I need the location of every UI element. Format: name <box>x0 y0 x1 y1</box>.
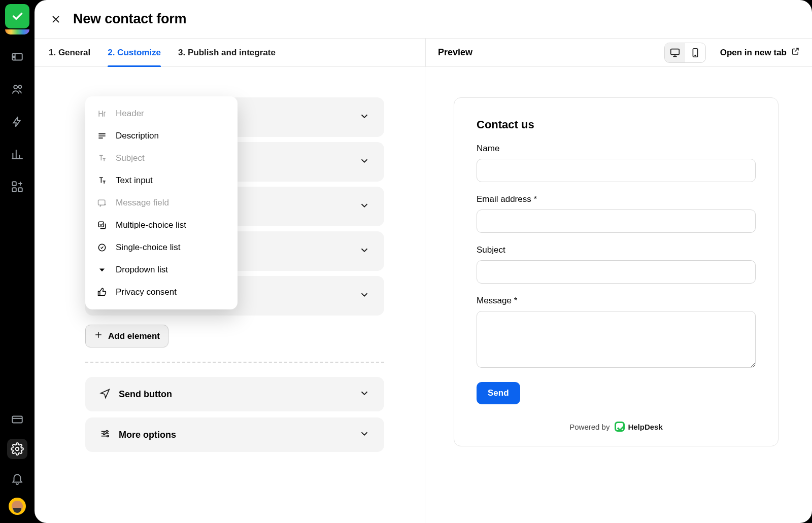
dropdown-icon <box>96 265 108 275</box>
rail-nav <box>7 47 27 197</box>
menu-item-description[interactable]: Description <box>85 125 238 147</box>
contact-form-preview: Contact us Name Email address * Subject … <box>454 97 779 446</box>
email-input[interactable] <box>477 210 756 233</box>
nav-apps[interactable] <box>7 177 27 197</box>
checkbox-stack-icon <box>96 220 108 230</box>
svg-rect-9 <box>670 49 679 54</box>
menu-item-label: Dropdown list <box>116 265 168 275</box>
send-button[interactable]: Send <box>477 382 520 404</box>
svg-point-3 <box>19 85 22 88</box>
open-in-new-tab-label: Open in new tab <box>720 48 787 58</box>
more-options-card[interactable]: More options <box>85 417 384 452</box>
titlebar: New contact form <box>35 0 812 39</box>
svg-rect-6 <box>18 188 22 192</box>
svg-rect-5 <box>12 188 16 192</box>
name-input[interactable] <box>477 159 756 182</box>
nav-billing[interactable] <box>7 409 27 430</box>
menu-item-dropdown[interactable]: Dropdown list <box>85 259 238 281</box>
menu-item-subject: Subject <box>85 147 238 169</box>
app-logo[interactable] <box>5 4 29 28</box>
lines-icon <box>96 131 108 141</box>
user-avatar[interactable] <box>9 498 26 515</box>
menu-item-label: Subject <box>116 153 145 163</box>
chevron-down-icon <box>359 289 370 302</box>
device-desktop-button[interactable] <box>665 43 685 62</box>
send-button-card-label: Send button <box>119 389 172 400</box>
send-button-label: Send <box>488 388 509 398</box>
menu-item-singlechoice[interactable]: Single-choice list <box>85 236 238 259</box>
nav-settings[interactable] <box>7 439 27 459</box>
add-element-button[interactable]: Add element <box>85 325 168 347</box>
chevron-down-icon <box>359 388 370 401</box>
heading-icon <box>96 109 108 119</box>
helpdesk-logo-icon <box>615 422 625 432</box>
menu-item-label: Text input <box>116 176 153 186</box>
device-mobile-button[interactable] <box>685 43 705 62</box>
menu-item-label: Message field <box>116 198 169 208</box>
svg-point-13 <box>103 433 105 435</box>
add-element-menu: Header Description Subject Text input Me… <box>85 96 238 309</box>
tab-publish[interactable]: 3. Publish and integrate <box>178 39 276 66</box>
svg-point-1 <box>13 56 15 57</box>
nav-notifications[interactable] <box>7 468 27 489</box>
nav-people[interactable] <box>7 79 27 99</box>
menu-item-label: Multiple-choice list <box>116 220 186 230</box>
menu-item-label: Header <box>116 109 144 119</box>
sliders-icon <box>99 428 111 442</box>
nav-tickets[interactable] <box>7 47 27 67</box>
tab-customize[interactable]: 2. Customize <box>108 39 161 66</box>
menu-item-multichoice[interactable]: Multiple-choice list <box>85 214 238 236</box>
menu-item-label: Description <box>116 131 159 141</box>
text-icon <box>96 153 108 163</box>
close-icon[interactable] <box>49 12 63 26</box>
message-label: Message * <box>477 296 756 306</box>
subject-input[interactable] <box>477 260 756 284</box>
nav-reports[interactable] <box>7 144 27 164</box>
chevron-down-icon <box>359 245 370 258</box>
device-toggle <box>664 43 706 63</box>
page-title: New contact form <box>73 11 186 27</box>
nav-automation[interactable] <box>7 112 27 132</box>
rail-bottom <box>7 409 27 523</box>
chevron-down-icon <box>359 111 370 124</box>
preview-label: Preview <box>438 47 472 58</box>
section-divider <box>85 362 384 363</box>
thumbs-up-icon <box>96 287 108 297</box>
main-window: New contact form 1. General 2. Customize… <box>35 0 812 523</box>
message-input[interactable] <box>477 311 756 368</box>
menu-item-header: Header <box>85 102 238 125</box>
menu-item-label: Single-choice list <box>116 242 181 253</box>
menu-item-label: Privacy consent <box>116 287 177 297</box>
svg-rect-15 <box>98 200 105 205</box>
editor-panel: Add element Send button More options <box>35 67 425 523</box>
menu-item-textinput[interactable]: Text input <box>85 169 238 192</box>
powered-by: Powered by HelpDesk <box>477 422 756 432</box>
tabbar: 1. General 2. Customize 3. Publish and i… <box>35 39 812 67</box>
svg-rect-4 <box>12 182 16 186</box>
preview-panel: Contact us Name Email address * Subject … <box>425 67 812 523</box>
svg-rect-16 <box>98 222 104 227</box>
helpdesk-badge[interactable]: HelpDesk <box>615 422 662 432</box>
svg-rect-0 <box>12 54 22 60</box>
svg-point-11 <box>695 55 696 56</box>
open-in-new-tab[interactable]: Open in new tab <box>720 47 800 58</box>
logo-accent <box>5 29 29 34</box>
app-rail <box>0 0 35 523</box>
powered-by-label: Powered by <box>569 423 610 431</box>
text-input-icon <box>96 176 108 186</box>
name-label: Name <box>477 144 756 154</box>
svg-point-8 <box>16 447 19 451</box>
menu-item-privacy[interactable]: Privacy consent <box>85 281 238 303</box>
svg-point-12 <box>106 430 108 432</box>
plus-icon <box>94 330 103 342</box>
external-link-icon <box>791 47 800 58</box>
svg-rect-7 <box>12 416 22 423</box>
chevron-down-icon <box>359 155 370 168</box>
form-title: Contact us <box>477 118 756 131</box>
tab-general[interactable]: 1. General <box>49 39 90 66</box>
subject-label: Subject <box>477 245 756 255</box>
message-icon <box>96 198 108 208</box>
svg-point-14 <box>107 435 109 437</box>
send-button-card[interactable]: Send button <box>85 377 384 411</box>
radio-icon <box>96 242 108 253</box>
